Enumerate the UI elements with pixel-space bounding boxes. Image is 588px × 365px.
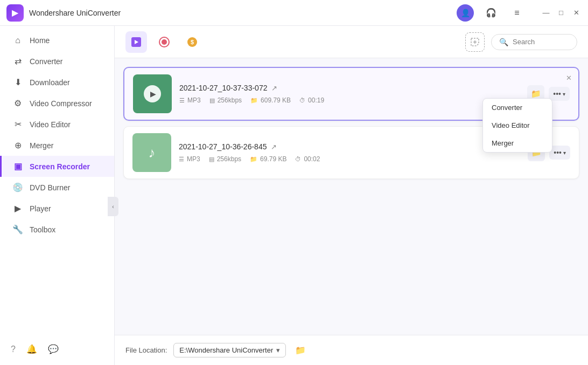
close-file-button-1[interactable]: ✕ xyxy=(563,72,574,83)
more-dots-icon-2: ••• xyxy=(554,148,562,157)
file-location-select[interactable]: E:\Wondershare UniConverter ▾ xyxy=(173,343,286,357)
tab-record[interactable] xyxy=(153,31,175,53)
footer-folder-button[interactable]: 📁 xyxy=(292,342,309,359)
sidebar-item-label: DVD Burner xyxy=(30,183,70,192)
file-meta-2: ☰ MP3 ▤ 256kbps 📁 69.79 KB ⏱ xyxy=(179,155,520,163)
file-open-icon-2[interactable]: ↗ xyxy=(271,143,277,151)
meta-format-2: ☰ MP3 xyxy=(179,155,200,163)
app-logo: ▶ xyxy=(6,4,24,22)
file-location-label: File Location: xyxy=(125,346,167,354)
minimize-button[interactable]: — xyxy=(541,8,551,18)
converter-icon: ⇄ xyxy=(12,56,23,66)
merger-icon: ⊕ xyxy=(12,140,23,150)
more-dots-icon-1: ••• xyxy=(553,89,561,98)
search-icon: 🔍 xyxy=(499,38,508,46)
meta-format-1: ☰ MP3 xyxy=(179,97,201,104)
search-input[interactable] xyxy=(513,38,569,46)
more-options-button-1[interactable]: ••• ▾ xyxy=(549,87,570,101)
sidebar-item-downloader[interactable]: ⬇ Downloader xyxy=(0,72,114,93)
file-name-1: 2021-10-27_10-37-33-072 xyxy=(179,84,267,92)
sidebar: ⌂ Home ⇄ Converter ⬇ Downloader ⚙ Video … xyxy=(0,26,115,365)
play-button-1[interactable]: ▶ xyxy=(144,85,161,102)
toolbar: $ 🔍 xyxy=(115,26,588,58)
video-compressor-icon: ⚙ xyxy=(12,98,23,108)
size-icon-2: 📁 xyxy=(250,156,257,163)
dropdown-item-video-editor[interactable]: Video Editor xyxy=(483,116,552,134)
add-icon xyxy=(470,37,480,47)
user-avatar-button[interactable]: 👤 xyxy=(457,4,474,22)
menu-icon-button[interactable]: ≡ xyxy=(508,4,526,22)
location-chevron-icon: ▾ xyxy=(276,346,280,354)
sidebar-item-home[interactable]: ⌂ Home xyxy=(0,30,114,51)
meta-bitrate-1: ▤ 256kbps xyxy=(209,97,242,104)
downloader-icon: ⬇ xyxy=(12,77,23,87)
size-icon-1: 📁 xyxy=(250,97,258,104)
sidebar-item-toolbox[interactable]: 🔧 Toolbox xyxy=(0,219,114,240)
bitrate-icon-2: ▤ xyxy=(209,156,214,163)
search-box[interactable]: 🔍 xyxy=(491,34,577,50)
svg-text:$: $ xyxy=(191,39,194,45)
app-title: Wondershare UniConverter xyxy=(29,9,457,17)
dropdown-menu: Converter Video Editor Merger xyxy=(482,98,552,153)
notification-icon[interactable]: 🔔 xyxy=(26,344,37,354)
sidebar-item-video-editor[interactable]: ✂ Video Editor xyxy=(0,114,114,135)
sidebar-item-label: Screen Recorder xyxy=(30,162,90,171)
maximize-button[interactable]: □ xyxy=(556,8,566,18)
titlebar-controls: 👤 🎧 ≡ — □ ✕ xyxy=(457,4,582,22)
dropdown-item-merger[interactable]: Merger xyxy=(483,134,552,152)
help-icon[interactable]: ? xyxy=(11,345,16,354)
sidebar-item-label: Converter xyxy=(30,57,62,66)
meta-duration-1: ⏱ 00:19 xyxy=(299,97,324,104)
file-meta-1: ☰ MP3 ▤ 256kbps 📁 609.79 KB ⏱ xyxy=(179,97,520,104)
tab-convert[interactable] xyxy=(125,31,147,53)
file-thumbnail-2: ♪ xyxy=(132,133,171,172)
toolbox-icon: 🔧 xyxy=(12,224,23,235)
sidebar-item-label: Video Editor xyxy=(30,120,71,129)
content-area: $ 🔍 ▶ xyxy=(115,26,588,365)
more-options-button-2[interactable]: ••• ▾ xyxy=(549,146,570,160)
headphone-icon-button[interactable]: 🎧 xyxy=(482,4,500,22)
more-chevron-icon-1: ▾ xyxy=(563,91,565,97)
sidebar-bottom: ? 🔔 💬 xyxy=(0,338,114,361)
screen-recorder-icon: ▣ xyxy=(12,161,23,171)
footer-folder-icon: 📁 xyxy=(295,345,306,355)
sidebar-item-video-compressor[interactable]: ⚙ Video Compressor xyxy=(0,93,114,114)
sidebar-item-player[interactable]: ▶ Player xyxy=(0,198,114,219)
file-info-2: 2021-10-27_10-36-26-845 ↗ ☰ MP3 ▤ 256kbp… xyxy=(179,142,520,163)
file-location-value: E:\Wondershare UniConverter xyxy=(179,346,273,354)
sidebar-item-label: Player xyxy=(30,204,51,213)
file-info-1: 2021-10-27_10-37-33-072 ↗ ☰ MP3 ▤ 256kbp… xyxy=(179,84,520,104)
window-controls: — □ ✕ xyxy=(541,8,582,18)
format-icon-1: ☰ xyxy=(179,97,185,104)
chat-icon[interactable]: 💬 xyxy=(48,344,59,354)
sidebar-item-converter[interactable]: ⇄ Converter xyxy=(0,51,114,72)
more-chevron-icon-2: ▾ xyxy=(563,150,566,156)
footer: File Location: E:\Wondershare UniConvert… xyxy=(115,335,588,365)
close-button[interactable]: ✕ xyxy=(571,8,582,18)
file-open-icon-1[interactable]: ↗ xyxy=(271,84,277,92)
meta-size-2: 📁 69.79 KB xyxy=(250,155,286,163)
meta-size-1: 📁 609.79 KB xyxy=(250,97,291,104)
file-list: ▶ 2021-10-27_10-37-33-072 ↗ ☰ MP3 ▤ xyxy=(115,58,588,335)
add-file-button[interactable] xyxy=(465,32,485,52)
svg-point-3 xyxy=(162,39,167,45)
dropdown-item-converter[interactable]: Converter xyxy=(483,99,552,116)
file-name-row-2: 2021-10-27_10-36-26-845 ↗ xyxy=(179,142,520,151)
main-layout: ⌂ Home ⇄ Converter ⬇ Downloader ⚙ Video … xyxy=(0,26,588,365)
file-name-2: 2021-10-27_10-36-26-845 xyxy=(179,142,267,151)
sidebar-item-merger[interactable]: ⊕ Merger xyxy=(0,135,114,156)
sidebar-collapse-button[interactable]: ‹ xyxy=(108,197,118,216)
sidebar-item-label: Home xyxy=(30,36,50,45)
meta-bitrate-2: ▤ 256kbps xyxy=(209,155,241,163)
video-editor-icon: ✂ xyxy=(12,119,23,129)
sidebar-item-label: Video Compressor xyxy=(30,99,92,108)
bitrate-icon-1: ▤ xyxy=(209,97,215,104)
convert-tab-icon xyxy=(130,36,142,48)
compress-tab-icon: $ xyxy=(186,36,198,48)
sidebar-item-screen-recorder[interactable]: ▣ Screen Recorder xyxy=(0,156,114,177)
file-thumbnail-1: ▶ xyxy=(133,74,172,113)
sidebar-item-label: Downloader xyxy=(30,78,70,87)
tab-compress[interactable]: $ xyxy=(181,31,203,53)
sidebar-item-dvd-burner[interactable]: 💿 DVD Burner xyxy=(0,177,114,198)
dvd-burner-icon: 💿 xyxy=(12,182,23,192)
